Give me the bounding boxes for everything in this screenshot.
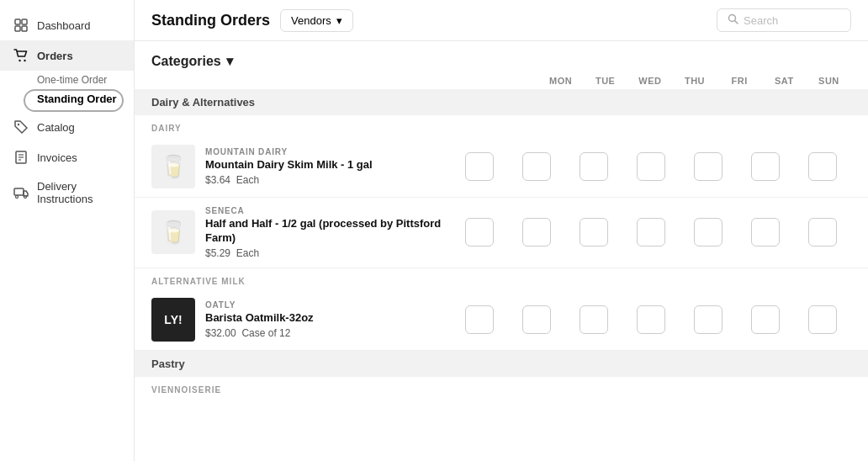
- checkbox-thu[interactable]: [622, 305, 680, 334]
- day-checkboxes-oatly: [451, 305, 851, 334]
- checkbox-thu[interactable]: [622, 152, 680, 181]
- day-header-sat: SAT: [762, 76, 807, 86]
- sidebar-sub-standing-order[interactable]: Standing Order: [0, 89, 134, 112]
- day-header-mon: MON: [538, 76, 583, 86]
- svg-rect-0: [15, 19, 20, 24]
- sidebar-label-invoices: Invoices: [37, 151, 77, 164]
- product-price: $32.00 Case of 12: [205, 327, 451, 339]
- day-header-fri: FRI: [717, 76, 762, 86]
- checkbox-thu[interactable]: [622, 218, 680, 246]
- checkbox-wed[interactable]: [565, 218, 622, 246]
- search-placeholder: Search: [744, 14, 778, 27]
- sidebar-item-catalog[interactable]: Catalog: [0, 112, 134, 142]
- svg-point-12: [16, 196, 19, 199]
- section-dairy-alternatives: Dairy & Alternatives DAIRY 🥛 MOUNTAIN DA…: [135, 89, 868, 351]
- sidebar-item-delivery[interactable]: Delivery Instructions: [0, 172, 134, 213]
- checkbox-fri[interactable]: [680, 152, 737, 181]
- checkbox-sat[interactable]: [737, 152, 794, 181]
- sidebar-label-dashboard: Dashboard: [37, 19, 91, 32]
- categories-label: Categories: [151, 54, 221, 69]
- day-checkboxes-mountain-dairy: [451, 152, 851, 181]
- sidebar-item-dashboard[interactable]: Dashboard: [0, 10, 134, 40]
- checkbox-wed[interactable]: [565, 152, 622, 181]
- svg-rect-2: [15, 26, 20, 31]
- grid-icon: [13, 18, 29, 33]
- categories-chevron-icon: ▾: [226, 53, 233, 69]
- section-pastry: Pastry VIENNOISERIE: [135, 351, 868, 398]
- svg-rect-1: [22, 19, 27, 24]
- product-brand: SENECA: [205, 206, 451, 215]
- svg-point-5: [24, 60, 25, 61]
- sidebar-label-delivery: Delivery Instructions: [37, 180, 120, 205]
- day-header-tue: TUE: [583, 76, 627, 86]
- table-row: LY! OATLY Barista Oatmilk-32oz $32.00 Ca…: [135, 289, 868, 351]
- checkbox-sat[interactable]: [737, 305, 794, 334]
- checkbox-mon[interactable]: [451, 152, 508, 181]
- subcategory-viennoiserie: VIENNOISERIE: [135, 377, 868, 398]
- svg-point-6: [18, 124, 19, 125]
- sidebar: Dashboard Orders One-time Order Standing…: [0, 0, 135, 461]
- content-area: Categories ▾ MON TUE WED THU FRI SAT SUN…: [135, 41, 868, 461]
- subcategory-alternative-milk: ALTERNATIVE MILK: [135, 268, 868, 289]
- checkbox-tue[interactable]: [508, 218, 565, 246]
- sidebar-label-catalog: Catalog: [37, 121, 75, 134]
- product-price: $3.64 Each: [205, 174, 451, 186]
- svg-point-4: [19, 60, 20, 61]
- checkbox-tue[interactable]: [508, 305, 565, 334]
- product-info-seneca: SENECA Half and Half - 1/2 gal (processe…: [205, 206, 451, 259]
- vendors-label: Vendors: [291, 14, 331, 27]
- cart-icon: [13, 48, 29, 63]
- product-name: Half and Half - 1/2 gal (processed by Pi…: [205, 217, 451, 246]
- vendors-button[interactable]: Vendors ▾: [280, 9, 353, 32]
- sidebar-item-invoices[interactable]: Invoices: [0, 142, 134, 172]
- product-brand: OATLY: [205, 300, 451, 310]
- top-bar-left: Standing Orders Vendors ▾: [151, 9, 353, 32]
- search-box[interactable]: Search: [717, 8, 851, 32]
- category-banner-dairy: Dairy & Alternatives: [135, 89, 868, 115]
- checkbox-tue[interactable]: [508, 152, 565, 181]
- search-icon: [728, 13, 738, 27]
- checkbox-wed[interactable]: [565, 305, 622, 334]
- svg-rect-11: [14, 188, 24, 195]
- product-price: $5.29 Each: [205, 247, 451, 259]
- checkbox-sat[interactable]: [737, 218, 794, 246]
- day-header-thu: THU: [672, 76, 717, 86]
- checkbox-sun[interactable]: [794, 152, 851, 181]
- checkbox-mon[interactable]: [451, 218, 508, 246]
- svg-point-13: [24, 196, 27, 199]
- day-checkboxes-seneca: [451, 218, 851, 246]
- main-content: Standing Orders Vendors ▾ Search Categor…: [135, 0, 868, 461]
- tag-icon: [13, 119, 29, 135]
- product-image-seneca: 🥛: [151, 210, 195, 254]
- checkbox-fri[interactable]: [680, 218, 737, 246]
- day-header-sun: SUN: [807, 76, 851, 86]
- checkbox-mon[interactable]: [451, 305, 508, 334]
- categories-header[interactable]: Categories ▾: [135, 41, 868, 69]
- page-title: Standing Orders: [151, 12, 270, 29]
- checkbox-sun[interactable]: [794, 305, 851, 334]
- invoice-icon: [13, 150, 29, 165]
- product-name: Mountain Dairy Skim Milk - 1 gal: [205, 158, 451, 172]
- product-info-mountain-dairy: MOUNTAIN DAIRY Mountain Dairy Skim Milk …: [205, 147, 451, 186]
- top-bar: Standing Orders Vendors ▾ Search: [135, 0, 868, 41]
- product-name: Barista Oatmilk-32oz: [205, 311, 451, 326]
- subcategory-dairy: DAIRY: [135, 115, 868, 136]
- svg-line-15: [735, 21, 738, 24]
- checkbox-fri[interactable]: [680, 305, 737, 334]
- product-brand: MOUNTAIN DAIRY: [205, 147, 451, 156]
- sidebar-sub-one-time-order[interactable]: One-time Order: [0, 71, 134, 89]
- day-headers-row: MON TUE WED THU FRI SAT SUN: [135, 76, 868, 86]
- product-image-oatly: LY!: [151, 298, 195, 342]
- product-info-oatly: OATLY Barista Oatmilk-32oz $32.00 Case o…: [205, 300, 451, 339]
- sidebar-item-orders[interactable]: Orders: [0, 40, 134, 71]
- checkbox-sun[interactable]: [794, 218, 851, 246]
- category-banner-pastry: Pastry: [135, 351, 868, 377]
- svg-rect-3: [22, 26, 27, 31]
- product-image-mountain-dairy: 🥛: [151, 145, 195, 188]
- chevron-down-icon: ▾: [336, 14, 342, 27]
- day-header-wed: WED: [627, 76, 672, 86]
- table-row: 🥛 SENECA Half and Half - 1/2 gal (proces…: [135, 198, 868, 268]
- sidebar-label-orders: Orders: [37, 50, 73, 62]
- table-row: 🥛 MOUNTAIN DAIRY Mountain Dairy Skim Mil…: [135, 136, 868, 198]
- truck-icon: [13, 185, 29, 200]
